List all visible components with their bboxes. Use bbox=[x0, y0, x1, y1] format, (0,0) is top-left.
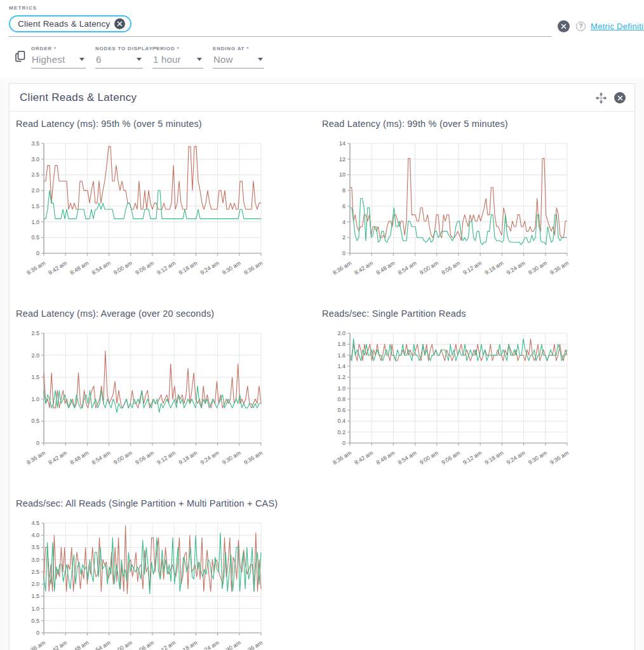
svg-text:1.4: 1.4 bbox=[337, 363, 345, 369]
svg-text:1.2: 1.2 bbox=[337, 374, 345, 380]
svg-text:9:36 am: 9:36 am bbox=[243, 639, 264, 650]
chart-title: Reads/sec: Single Partition Reads bbox=[322, 307, 628, 320]
chevron-down-icon bbox=[137, 58, 142, 61]
svg-text:2.0: 2.0 bbox=[31, 187, 39, 194]
svg-text:8:48 am: 8:48 am bbox=[69, 260, 90, 276]
svg-text:1.0: 1.0 bbox=[31, 606, 39, 612]
svg-text:2.5: 2.5 bbox=[31, 171, 39, 178]
svg-text:2.0: 2.0 bbox=[31, 352, 39, 359]
svg-text:1.5: 1.5 bbox=[31, 203, 39, 209]
svg-text:8:48 am: 8:48 am bbox=[69, 449, 90, 466]
svg-text:2: 2 bbox=[342, 234, 345, 241]
svg-text:14: 14 bbox=[339, 140, 345, 147]
svg-text:9:18 am: 9:18 am bbox=[178, 260, 199, 276]
metrics-input[interactable]: Client Reads & Latency bbox=[9, 15, 551, 37]
chip-remove-icon[interactable] bbox=[114, 18, 125, 29]
svg-text:0.4: 0.4 bbox=[337, 418, 345, 424]
panel-header: Client Reads & Latency bbox=[10, 84, 634, 112]
svg-text:9:30 am: 9:30 am bbox=[221, 260, 242, 276]
svg-text:9:18 am: 9:18 am bbox=[178, 639, 199, 650]
svg-text:3.0: 3.0 bbox=[31, 557, 39, 563]
svg-text:8:42 am: 8:42 am bbox=[353, 449, 374, 466]
close-panel-icon[interactable] bbox=[614, 92, 626, 103]
svg-text:1.0: 1.0 bbox=[337, 385, 345, 392]
svg-text:8: 8 bbox=[342, 187, 345, 194]
svg-text:8:48 am: 8:48 am bbox=[375, 449, 396, 466]
chart-title: Read Latency (ms): 99th % (over 5 minute… bbox=[322, 117, 628, 130]
svg-text:9:12 am: 9:12 am bbox=[462, 260, 483, 276]
chart-single-partition-reads: Reads/sec: Single Partition Reads 00.20.… bbox=[322, 307, 628, 483]
chart-canvas: 00.20.40.60.81.01.21.41.61.82.08:36 am8:… bbox=[322, 328, 628, 483]
svg-text:2.5: 2.5 bbox=[31, 330, 39, 336]
chart-title: Read Latency (ms): 95th % (over 5 minute… bbox=[16, 117, 322, 130]
svg-text:9:06 am: 9:06 am bbox=[134, 260, 155, 276]
svg-text:0: 0 bbox=[342, 440, 345, 446]
svg-text:8:36 am: 8:36 am bbox=[25, 260, 46, 276]
chart-all-reads: Reads/sec: All Reads (Single Partition +… bbox=[16, 497, 322, 650]
svg-text:9:24 am: 9:24 am bbox=[506, 449, 527, 466]
svg-text:8:42 am: 8:42 am bbox=[47, 260, 68, 276]
help-icon[interactable]: ? bbox=[576, 22, 586, 31]
svg-text:1.5: 1.5 bbox=[31, 593, 39, 599]
svg-text:4: 4 bbox=[342, 219, 345, 225]
move-panel-icon[interactable] bbox=[595, 92, 607, 104]
svg-text:9:24 am: 9:24 am bbox=[199, 260, 220, 276]
svg-text:8:54 am: 8:54 am bbox=[397, 260, 418, 276]
svg-text:9:30 am: 9:30 am bbox=[221, 449, 242, 466]
svg-text:3.0: 3.0 bbox=[31, 156, 39, 162]
ending-at-value: Now bbox=[213, 54, 233, 65]
svg-text:9:36 am: 9:36 am bbox=[549, 449, 570, 466]
nodes-to-display-select[interactable]: NODES TO DISPLAY * 6 bbox=[95, 46, 143, 69]
svg-text:9:12 am: 9:12 am bbox=[156, 639, 177, 650]
chart-title: Read Latency (ms): Average (over 20 seco… bbox=[16, 307, 322, 320]
ending-at-select[interactable]: ENDING AT * Now bbox=[213, 46, 264, 69]
clear-metrics-button[interactable] bbox=[558, 20, 570, 32]
chart-title: Reads/sec: All Reads (Single Partition +… bbox=[16, 497, 322, 510]
charts-grid: Read Latency (ms): 95th % (over 5 minute… bbox=[10, 112, 634, 650]
nodes-to-display-label: NODES TO DISPLAY * bbox=[95, 46, 143, 51]
chart-read-latency-95th: Read Latency (ms): 95th % (over 5 minute… bbox=[16, 117, 322, 293]
svg-text:9:36 am: 9:36 am bbox=[549, 260, 570, 276]
svg-text:8:36 am: 8:36 am bbox=[332, 260, 352, 276]
svg-text:8:54 am: 8:54 am bbox=[397, 449, 418, 466]
svg-text:9:06 am: 9:06 am bbox=[134, 639, 155, 650]
svg-text:6: 6 bbox=[342, 203, 345, 209]
period-label: PERIOD * bbox=[152, 46, 203, 51]
order-label: ORDER * bbox=[31, 46, 86, 51]
svg-text:9:18 am: 9:18 am bbox=[484, 449, 505, 466]
metrics-label: METRICS bbox=[9, 5, 635, 11]
order-select[interactable]: ORDER * Highest bbox=[31, 46, 86, 69]
svg-text:8:54 am: 8:54 am bbox=[91, 449, 112, 466]
ending-at-label: ENDING AT * bbox=[213, 46, 264, 51]
svg-text:9:12 am: 9:12 am bbox=[156, 260, 177, 276]
svg-text:9:12 am: 9:12 am bbox=[462, 449, 483, 466]
svg-text:3.5: 3.5 bbox=[31, 544, 39, 550]
chart-canvas: 00.51.01.52.02.53.03.58:36 am8:42 am8:48… bbox=[16, 138, 322, 293]
svg-text:9:18 am: 9:18 am bbox=[484, 260, 505, 276]
metric-chip[interactable]: Client Reads & Latency bbox=[9, 15, 131, 32]
svg-text:9:00 am: 9:00 am bbox=[112, 639, 133, 650]
svg-text:8:36 am: 8:36 am bbox=[25, 639, 46, 650]
svg-text:9:30 am: 9:30 am bbox=[527, 260, 548, 276]
panel-title: Client Reads & Latency bbox=[20, 91, 137, 104]
svg-text:8:54 am: 8:54 am bbox=[91, 639, 112, 650]
svg-text:9:00 am: 9:00 am bbox=[112, 260, 133, 276]
order-value: Highest bbox=[32, 54, 65, 65]
svg-text:8:42 am: 8:42 am bbox=[47, 639, 68, 650]
svg-text:1.0: 1.0 bbox=[31, 219, 39, 225]
svg-text:0.2: 0.2 bbox=[337, 429, 345, 435]
chevron-down-icon bbox=[197, 58, 202, 61]
copy-icon[interactable] bbox=[15, 51, 25, 65]
svg-text:2.0: 2.0 bbox=[337, 330, 345, 336]
chart-read-latency-99th: Read Latency (ms): 99th % (over 5 minute… bbox=[322, 117, 628, 293]
metric-definitions-link[interactable]: Metric Definitions bbox=[591, 22, 644, 31]
svg-text:0.6: 0.6 bbox=[337, 407, 345, 413]
svg-text:9:18 am: 9:18 am bbox=[178, 449, 199, 466]
svg-text:2.5: 2.5 bbox=[31, 569, 39, 575]
period-select[interactable]: PERIOD * 1 hour bbox=[152, 46, 203, 69]
chart-canvas: 00.51.01.52.02.58:36 am8:42 am8:48 am8:5… bbox=[16, 328, 322, 483]
svg-text:9:30 am: 9:30 am bbox=[527, 449, 548, 466]
svg-text:8:36 am: 8:36 am bbox=[25, 449, 46, 466]
chart-canvas: 024681012148:36 am8:42 am8:48 am8:54 am9… bbox=[322, 138, 628, 293]
svg-text:4.0: 4.0 bbox=[31, 532, 39, 538]
